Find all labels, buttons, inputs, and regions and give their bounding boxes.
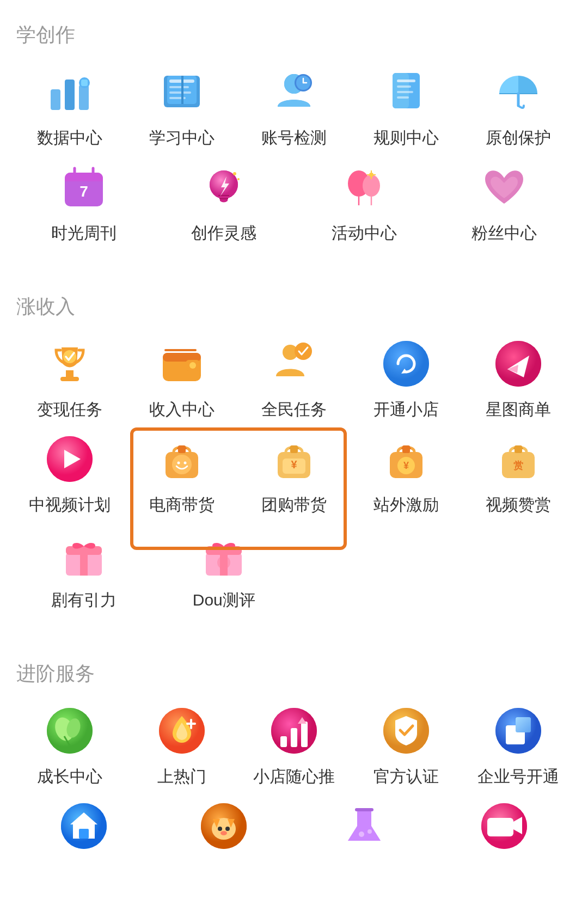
icon-item-group-buy[interactable]: ¥ 团购带货 xyxy=(241,432,347,516)
label-drama-gravity: 剧有引力 xyxy=(51,589,117,612)
icon-item-income-center[interactable]: 收入中心 xyxy=(128,337,235,421)
icon-item-mid-video[interactable]: 中视频计划 xyxy=(16,432,123,516)
svg-point-118 xyxy=(225,827,230,831)
icon-item-rules-center[interactable]: 规则中心 xyxy=(353,65,460,149)
wallet-icon xyxy=(155,337,209,391)
svg-rect-11 xyxy=(181,76,183,104)
svg-point-64 xyxy=(172,455,192,474)
svg-rect-120 xyxy=(355,808,373,811)
label-group-buy: 团购带货 xyxy=(261,494,327,516)
label-fans-center: 粉丝中心 xyxy=(471,222,537,244)
gift-review-icon xyxy=(197,527,251,582)
section-zhang-shouru: 涨收入 变现任务 xyxy=(16,272,572,612)
icon-item-service-4[interactable] xyxy=(437,799,572,861)
zhang-row-2: 中视频计划 xyxy=(16,432,572,516)
icon-item-shop-push[interactable]: 小店随心推 xyxy=(241,704,347,788)
icon-item-learn-center[interactable]: 学习中心 xyxy=(128,65,235,149)
icon-item-video-reward[interactable]: 赏 视频赞赏 xyxy=(465,432,572,516)
label-learn-center: 学习中心 xyxy=(149,127,215,149)
label-dou-review: Dou测评 xyxy=(193,589,255,612)
icon-item-star-chart[interactable]: 星图商单 xyxy=(465,337,572,421)
divider-2 xyxy=(16,622,572,639)
check-badge-icon xyxy=(379,704,433,758)
icon-item-service-2[interactable] xyxy=(157,799,292,861)
icon-item-dou-review[interactable]: Dou测评 xyxy=(157,527,292,612)
play-circle-icon xyxy=(42,432,97,486)
svg-rect-9 xyxy=(169,91,191,94)
label-rules-center: 规则中心 xyxy=(373,127,439,149)
section-jinjie-fuwu: 进阶服务 xyxy=(16,639,572,861)
svg-point-52 xyxy=(295,343,312,360)
icon-item-growth-center[interactable]: 成长中心 xyxy=(16,704,123,788)
icon-item-service-3[interactable] xyxy=(297,799,432,861)
coin-icon: ¥ xyxy=(379,432,433,486)
label-shop-push: 小店随心推 xyxy=(253,766,335,788)
pink-video-icon xyxy=(477,799,531,853)
label-enterprise-open: 企业号开通 xyxy=(477,766,559,788)
icon-item-hot-top[interactable]: 上热门 xyxy=(128,704,235,788)
svg-rect-81 xyxy=(80,546,88,576)
svg-rect-22 xyxy=(397,91,413,93)
icon-item-create-inspire[interactable]: 创作灵感 xyxy=(157,160,292,244)
icon-item-open-shop[interactable]: 开通小店 xyxy=(353,337,460,421)
svg-point-121 xyxy=(359,832,364,837)
label-account-check: 账号检测 xyxy=(261,127,327,149)
section-title-jinjie: 进阶服务 xyxy=(16,639,572,704)
icon-item-service-1[interactable] xyxy=(16,799,151,861)
svg-point-65 xyxy=(177,462,180,464)
svg-rect-19 xyxy=(393,73,409,108)
xue-row-2: 7 时光周刊 xyxy=(16,160,572,244)
label-growth-center: 成长中心 xyxy=(37,766,102,788)
label-original-protect: 原创保护 xyxy=(486,127,551,149)
icon-item-original-protect[interactable]: 原创保护 xyxy=(465,65,572,149)
label-hot-top: 上热门 xyxy=(157,766,206,788)
label-income-center: 收入中心 xyxy=(149,399,215,421)
svg-text:¥: ¥ xyxy=(403,460,409,471)
bag-icon: ¥ xyxy=(267,432,321,486)
svg-text:7: 7 xyxy=(79,183,88,200)
shop-icon xyxy=(379,337,433,391)
icon-item-account-check[interactable]: 账号检测 xyxy=(241,65,347,149)
svg-rect-99 xyxy=(301,722,308,747)
bulb-icon xyxy=(197,160,251,215)
calendar-icon: 7 xyxy=(57,160,111,215)
icon-item-outside-incentive[interactable]: ¥ 站外激励 xyxy=(353,432,460,516)
label-cash-task: 变现任务 xyxy=(37,399,102,421)
icon-item-all-task[interactable]: 全民任务 xyxy=(241,337,347,421)
label-star-chart: 星图商单 xyxy=(486,399,551,421)
heart-icon xyxy=(477,160,531,215)
flame-plus-icon xyxy=(155,704,209,758)
section-xue-chuangzuo: 学创作 数据中心 xyxy=(16,0,572,244)
label-data-center: 数据中心 xyxy=(37,127,102,149)
label-ecom-goods: 电商带货 xyxy=(149,494,215,516)
svg-rect-44 xyxy=(66,370,74,377)
bar-up-icon xyxy=(267,704,321,758)
shopping-icon xyxy=(155,432,209,486)
label-mid-video: 中视频计划 xyxy=(29,494,111,516)
icon-item-activity-center[interactable]: 活动中心 xyxy=(297,160,432,244)
umbrella-icon xyxy=(491,65,546,119)
icon-item-drama-gravity[interactable]: 剧有引力 xyxy=(16,527,151,612)
label-activity-center: 活动中心 xyxy=(332,222,397,244)
divider-1 xyxy=(16,255,572,272)
section-title-xue: 学创作 xyxy=(16,0,572,65)
user-star-icon xyxy=(267,337,321,391)
svg-text:赏: 赏 xyxy=(513,460,523,471)
svg-point-119 xyxy=(220,831,227,835)
icon-item-official-cert[interactable]: 官方认证 xyxy=(353,704,460,788)
book-alt-icon xyxy=(379,65,433,119)
icon-item-data-center[interactable]: 数据中心 xyxy=(16,65,123,149)
enterprise-icon xyxy=(491,704,546,758)
svg-point-50 xyxy=(189,362,196,369)
icon-item-enterprise-open[interactable]: 企业号开通 xyxy=(465,704,572,788)
svg-text:¥: ¥ xyxy=(291,458,297,470)
label-time-weekly: 时光周刊 xyxy=(51,222,117,244)
icon-item-fans-center[interactable]: 粉丝中心 xyxy=(437,160,572,244)
blue-circle-icon xyxy=(57,799,111,853)
icon-item-cash-task[interactable]: 变现任务 xyxy=(16,337,123,421)
icon-item-time-weekly[interactable]: 7 时光周刊 xyxy=(16,160,151,244)
zhang-row-1: 变现任务 收入中心 xyxy=(16,337,572,421)
icon-item-ecom-goods[interactable]: 电商带货 xyxy=(128,432,235,516)
reward-icon: 赏 xyxy=(491,432,546,486)
label-video-reward: 视频赞赏 xyxy=(486,494,551,516)
